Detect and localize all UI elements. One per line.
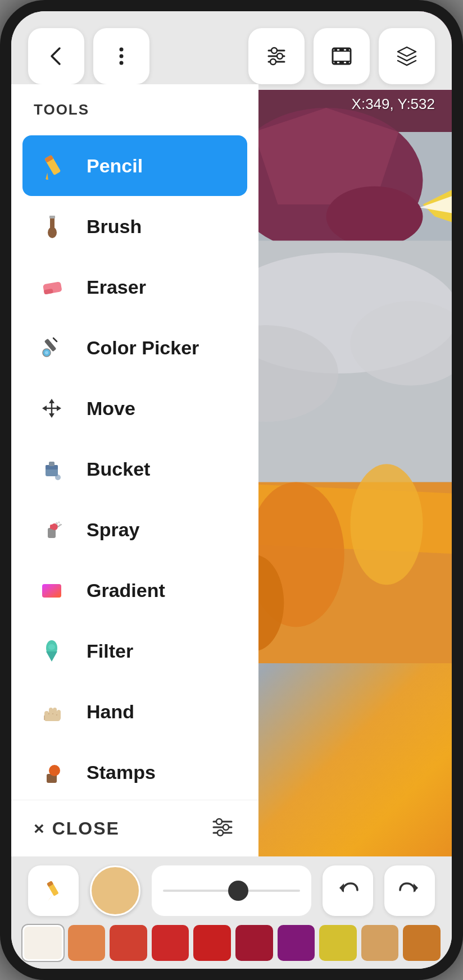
back-icon xyxy=(44,44,69,69)
palette-color-7[interactable] xyxy=(319,925,357,961)
top-bar xyxy=(11,11,452,90)
bucket-tool-label: Bucket xyxy=(87,458,150,480)
pencil-bottom-icon xyxy=(40,878,66,904)
spray-tool-icon xyxy=(34,512,70,548)
svg-point-69 xyxy=(48,644,55,650)
stamps-tool-icon xyxy=(34,754,70,790)
tool-item-gradient[interactable]: Gradient xyxy=(11,560,258,621)
more-button[interactable] xyxy=(93,28,149,84)
svg-point-24 xyxy=(277,53,283,59)
adjust-icon xyxy=(264,44,289,69)
artwork-svg xyxy=(225,11,452,856)
svg-point-47 xyxy=(45,351,48,354)
tool-item-color-picker[interactable]: Color Picker xyxy=(11,317,258,378)
svg-rect-34 xyxy=(339,48,344,51)
tool-item-hand[interactable]: Hand xyxy=(11,681,258,742)
brush-size-slider[interactable] xyxy=(152,865,311,916)
svg-point-64 xyxy=(58,522,60,523)
palette-color-4[interactable] xyxy=(193,925,231,961)
svg-point-17 xyxy=(120,48,124,52)
tool-item-pencil[interactable]: Pencil xyxy=(22,135,247,196)
palette-color-8[interactable] xyxy=(361,925,399,961)
svg-rect-33 xyxy=(346,61,349,64)
close-button[interactable]: × CLOSE xyxy=(34,818,120,839)
svg-point-4 xyxy=(326,186,423,247)
svg-rect-66 xyxy=(42,584,61,598)
tool-item-spray[interactable]: Spray xyxy=(11,499,258,560)
tool-item-stamps[interactable]: Stamps xyxy=(11,742,258,800)
palette-color-5[interactable] xyxy=(235,925,273,961)
svg-point-87 xyxy=(217,830,223,836)
phone-frame: X:349, Y:532 xyxy=(0,0,463,980)
pencil-tool-label: Pencil xyxy=(87,155,143,177)
gradient-tool-icon xyxy=(34,572,70,608)
palette-color-2[interactable] xyxy=(110,925,147,961)
color-picker-tool-icon xyxy=(34,330,70,366)
tool-item-bucket[interactable]: Bucket xyxy=(11,439,258,499)
palette-color-6[interactable] xyxy=(278,925,315,961)
tool-item-move[interactable]: Move xyxy=(11,378,258,439)
close-x-icon: × xyxy=(34,818,46,839)
svg-point-80 xyxy=(49,765,60,776)
brush-tool-icon xyxy=(34,208,70,244)
tool-item-brush[interactable]: Brush xyxy=(11,196,258,257)
top-bar-right xyxy=(248,28,435,84)
film-icon xyxy=(329,44,354,69)
color-swatch-button[interactable] xyxy=(90,865,140,916)
close-label: CLOSE xyxy=(52,818,120,839)
hand-tool-label: Hand xyxy=(87,701,134,723)
film-button[interactable] xyxy=(314,28,370,84)
svg-rect-27 xyxy=(333,51,351,61)
palette-color-3[interactable] xyxy=(152,925,189,961)
tools-title: TOOLS xyxy=(34,101,89,118)
svg-point-18 xyxy=(120,54,124,58)
svg-marker-38 xyxy=(43,173,51,180)
undo-button[interactable] xyxy=(323,865,373,916)
move-tool-label: Move xyxy=(87,398,135,420)
redo-button[interactable] xyxy=(384,865,435,916)
eraser-tool-icon xyxy=(34,269,70,305)
palette-color-9[interactable] xyxy=(403,925,441,961)
svg-marker-91 xyxy=(339,883,344,892)
svg-rect-42 xyxy=(49,216,55,218)
redo-icon xyxy=(397,878,423,904)
pencil-tool-icon xyxy=(34,148,70,184)
sliders-icon xyxy=(209,814,236,841)
palette-color-0[interactable] xyxy=(22,925,63,961)
layers-button[interactable] xyxy=(379,28,435,84)
slider-track xyxy=(163,890,300,892)
svg-point-65 xyxy=(60,524,61,526)
top-bar-left xyxy=(28,28,149,84)
svg-point-19 xyxy=(120,61,124,65)
svg-rect-35 xyxy=(339,61,344,64)
spray-tool-label: Spray xyxy=(87,519,140,541)
bucket-tool-icon xyxy=(34,451,70,487)
svg-rect-57 xyxy=(49,462,55,466)
tools-header: TOOLS xyxy=(11,84,258,130)
svg-point-25 xyxy=(270,59,276,65)
palette-color-1[interactable] xyxy=(68,925,106,961)
bottom-tools-row xyxy=(11,856,452,922)
pencil-tool-button[interactable] xyxy=(28,865,79,916)
tools-list[interactable]: Pencil Brush xyxy=(11,130,258,800)
svg-marker-36 xyxy=(398,47,416,56)
filter-tool-icon xyxy=(34,633,70,669)
svg-rect-32 xyxy=(334,61,337,64)
svg-point-58 xyxy=(55,475,61,480)
color-picker-tool-label: Color Picker xyxy=(87,337,199,359)
svg-marker-92 xyxy=(414,883,418,892)
tool-item-eraser[interactable]: Eraser xyxy=(11,257,258,317)
layers-icon xyxy=(394,44,419,69)
footer-settings-button[interactable] xyxy=(209,814,236,843)
svg-line-48 xyxy=(53,338,57,341)
bottom-toolbar xyxy=(11,856,452,969)
tools-footer: × CLOSE xyxy=(11,800,258,856)
svg-rect-74 xyxy=(44,714,60,721)
adjust-button[interactable] xyxy=(248,28,305,84)
brush-tool-label: Brush xyxy=(87,216,142,238)
svg-point-63 xyxy=(56,522,58,525)
tool-item-filter[interactable]: Filter xyxy=(11,621,258,681)
svg-point-23 xyxy=(271,48,277,53)
back-button[interactable] xyxy=(28,28,84,84)
phone-screen: X:349, Y:532 xyxy=(11,11,452,969)
